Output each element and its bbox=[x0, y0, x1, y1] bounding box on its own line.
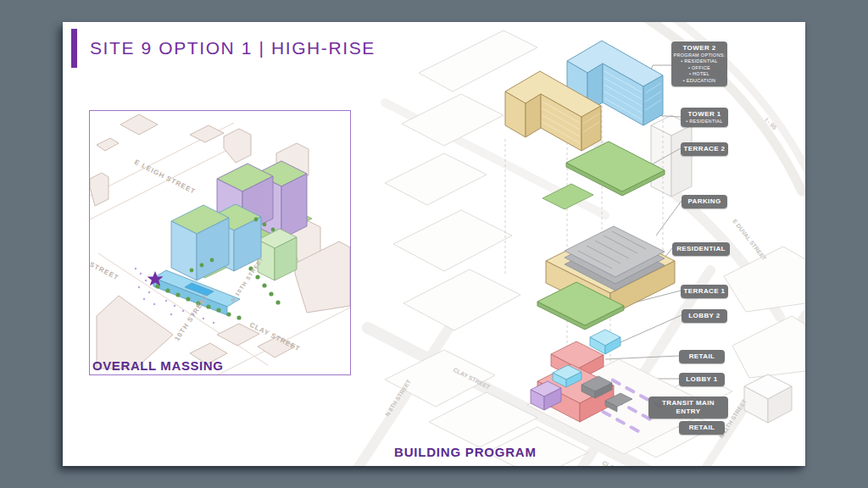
context-tower bbox=[651, 115, 692, 197]
desktop-background: SITE 9 OPTION 1 | HIGH-RISE bbox=[0, 0, 868, 488]
overall-massing-caption: OVERALL MASSING bbox=[92, 358, 224, 373]
svg-text:CLAY STREET: CLAY STREET bbox=[90, 250, 120, 282]
overall-massing-figure: E LEIGH STREET CLAY STREET 10TH STREET C… bbox=[89, 110, 351, 375]
svg-text:E LEIGH STREET: E LEIGH STREET bbox=[133, 158, 197, 196]
context-tower-2 bbox=[744, 374, 792, 423]
overall-massing-drawing: E LEIGH STREET CLAY STREET 10TH STREET C… bbox=[90, 111, 350, 374]
building-program-caption: BUILDING PROGRAM bbox=[394, 445, 537, 459]
program-label-parking: PARKING bbox=[682, 195, 727, 208]
program-label-transit: TRANSIT MAIN ENTRY bbox=[648, 396, 728, 419]
program-label-tower2: TOWER 2 PROGRAM OPTIONS: • RESIDENTIAL •… bbox=[671, 42, 727, 86]
program-label-retail-upper: RETAIL bbox=[679, 350, 725, 363]
massing-blue-tower bbox=[171, 204, 261, 280]
program-label-lobby2: LOBBY 2 bbox=[682, 309, 727, 323]
program-label-residential: RESIDENTIAL bbox=[672, 242, 730, 256]
program-label-terrace2: TERRACE 2 bbox=[681, 142, 728, 156]
program-label-lobby1: LOBBY 1 bbox=[679, 373, 725, 386]
program-label-tower1: TOWER 1 • RESIDENTIAL bbox=[681, 108, 728, 127]
massing-green-wing bbox=[258, 229, 297, 280]
program-label-retail-lower: RETAIL bbox=[679, 421, 725, 435]
presentation-slide: SITE 9 OPTION 1 | HIGH-RISE bbox=[63, 22, 805, 466]
program-label-terrace1: TERRACE 1 bbox=[681, 285, 728, 298]
